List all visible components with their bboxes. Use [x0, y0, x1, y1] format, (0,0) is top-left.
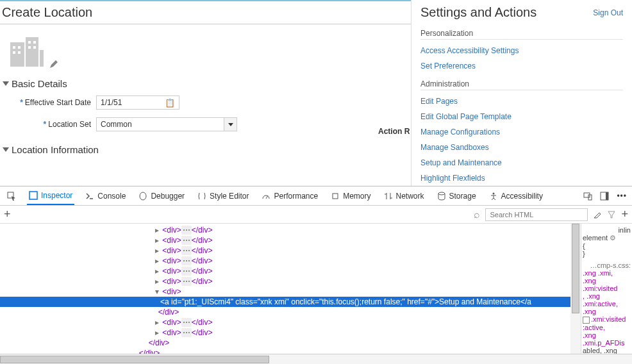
- element-picker-button[interactable]: [5, 186, 18, 205]
- buildings-icon: [6, 31, 45, 69]
- devtools-tabs: Inspector Console Debugger Style Editor …: [0, 186, 632, 206]
- svg-point-13: [140, 192, 146, 200]
- dom-tree[interactable]: ▸ <div>⋯</div> ▸ <div>⋯</div> ▸ <div>⋯</…: [0, 224, 581, 354]
- access-settings-link[interactable]: Access Accessibility Settings: [420, 46, 623, 55]
- section-label: Location Information: [12, 144, 99, 155]
- svg-rect-15: [333, 194, 338, 199]
- tab-network[interactable]: Network: [382, 186, 426, 205]
- svg-line-14: [266, 195, 268, 199]
- svg-point-17: [492, 192, 494, 194]
- tab-console[interactable]: Console: [83, 186, 128, 205]
- administration-header: Administration: [420, 79, 623, 90]
- svg-rect-8: [33, 41, 36, 44]
- more-icon[interactable]: •••: [617, 192, 627, 201]
- tab-storage[interactable]: Storage: [435, 186, 478, 205]
- devtools-panel: Inspector Console Debugger Style Editor …: [0, 186, 632, 364]
- search-icon: ⌕: [474, 209, 480, 220]
- svg-rect-3: [13, 46, 15, 49]
- vertical-scrollbar[interactable]: [570, 224, 581, 354]
- add-node-button[interactable]: +: [4, 208, 11, 221]
- clipboard-icon[interactable]: 📋: [165, 98, 175, 108]
- tab-style-editor[interactable]: Style Editor: [195, 186, 251, 205]
- add-rule-button[interactable]: +: [621, 208, 628, 221]
- filter-icon[interactable]: [607, 210, 616, 219]
- svg-rect-12: [29, 192, 37, 199]
- setup-maintenance-link[interactable]: Setup and Maintenance: [420, 158, 623, 167]
- svg-rect-0: [10, 42, 24, 67]
- search-html-input[interactable]: [485, 208, 588, 221]
- location-set-select[interactable]: Common: [96, 117, 237, 131]
- chevron-down-icon[interactable]: [224, 118, 237, 131]
- svg-rect-1: [26, 37, 38, 67]
- manage-config-link[interactable]: Manage Configurations: [420, 128, 623, 136]
- popover-title: Settings and Actions: [420, 5, 536, 20]
- svg-rect-6: [18, 51, 21, 54]
- pencil-icon[interactable]: [49, 59, 59, 69]
- sign-out-link[interactable]: Sign Out: [593, 8, 623, 17]
- responsive-mode-icon[interactable]: [583, 192, 592, 201]
- location-set-label: *Location Set: [19, 120, 96, 129]
- eyedropper-icon[interactable]: [593, 210, 602, 219]
- svg-point-16: [438, 192, 445, 195]
- horizontal-scrollbar[interactable]: [0, 354, 632, 364]
- collapse-icon: [3, 81, 9, 86]
- edit-pages-link[interactable]: Edit Pages: [420, 97, 623, 106]
- svg-rect-7: [28, 41, 31, 44]
- manage-sandboxes-link[interactable]: Manage Sandboxes: [420, 143, 623, 152]
- styles-pane[interactable]: inlin element ⚙ { } …cmp-s.css: .xng .xm…: [581, 224, 632, 354]
- svg-rect-2: [40, 50, 44, 67]
- svg-rect-10: [33, 46, 36, 49]
- svg-rect-5: [13, 51, 15, 54]
- tab-accessibility[interactable]: Accessibility: [487, 186, 545, 205]
- section-label: Basic Details: [12, 78, 67, 89]
- dock-side-icon[interactable]: [600, 192, 609, 201]
- collapse-icon: [3, 147, 9, 152]
- start-date-label: *Effective Start Date: [19, 98, 96, 107]
- start-date-input[interactable]: 1/1/51 📋: [96, 95, 179, 110]
- svg-rect-21: [606, 192, 608, 200]
- tab-performance[interactable]: Performance: [260, 186, 320, 205]
- highlight-flexfields-link[interactable]: Highlight Flexfields: [420, 174, 623, 183]
- tab-memory[interactable]: Memory: [329, 186, 372, 205]
- action-reason-label: Action R: [378, 127, 410, 136]
- svg-rect-9: [28, 46, 31, 49]
- selected-dom-node[interactable]: <a id="pt1:_UIScmi4" class="xnk xmi" onc…: [0, 297, 581, 307]
- set-preferences-link[interactable]: Set Preferences: [420, 62, 623, 70]
- tab-debugger[interactable]: Debugger: [137, 186, 187, 205]
- edit-template-link[interactable]: Edit Global Page Template: [420, 112, 623, 121]
- settings-actions-popover: Settings and Actions Sign Out Personaliz…: [411, 0, 632, 192]
- personalization-header: Personalization: [420, 29, 623, 40]
- svg-rect-4: [18, 46, 21, 49]
- tab-inspector[interactable]: Inspector: [27, 186, 74, 205]
